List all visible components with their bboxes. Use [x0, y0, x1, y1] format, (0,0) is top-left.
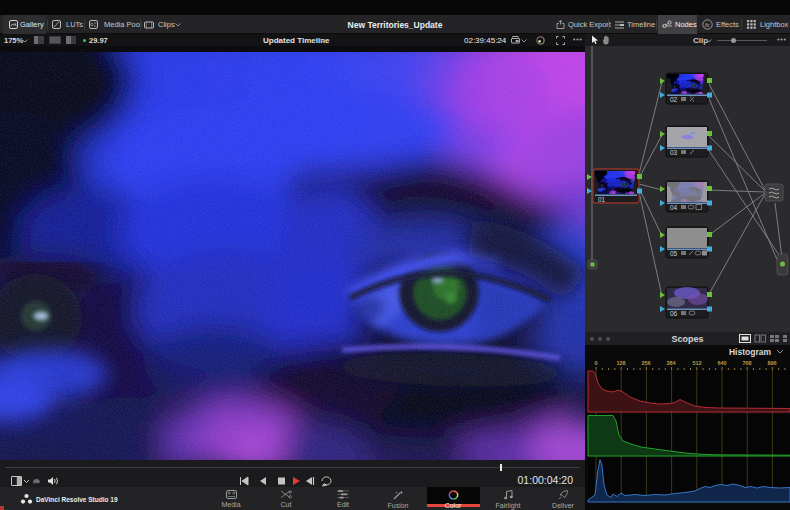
svg-text:04: 04 — [670, 204, 678, 211]
svg-text:01: 01 — [598, 196, 606, 203]
svg-text:128: 128 — [616, 360, 625, 366]
svg-text:03: 03 — [670, 149, 678, 156]
svg-text:896: 896 — [767, 360, 776, 366]
svg-text:384: 384 — [666, 360, 676, 366]
svg-text:640: 640 — [717, 360, 726, 366]
svg-text:256: 256 — [641, 360, 650, 366]
svg-text:fx: fx — [705, 22, 711, 28]
svg-text:0: 0 — [594, 360, 597, 366]
svg-text:768: 768 — [742, 360, 751, 366]
svg-text:512: 512 — [692, 360, 701, 366]
svg-text:Histogram: Histogram — [729, 347, 771, 357]
svg-text:06: 06 — [670, 310, 678, 317]
svg-text:02: 02 — [670, 96, 678, 103]
svg-text:05: 05 — [670, 250, 678, 257]
